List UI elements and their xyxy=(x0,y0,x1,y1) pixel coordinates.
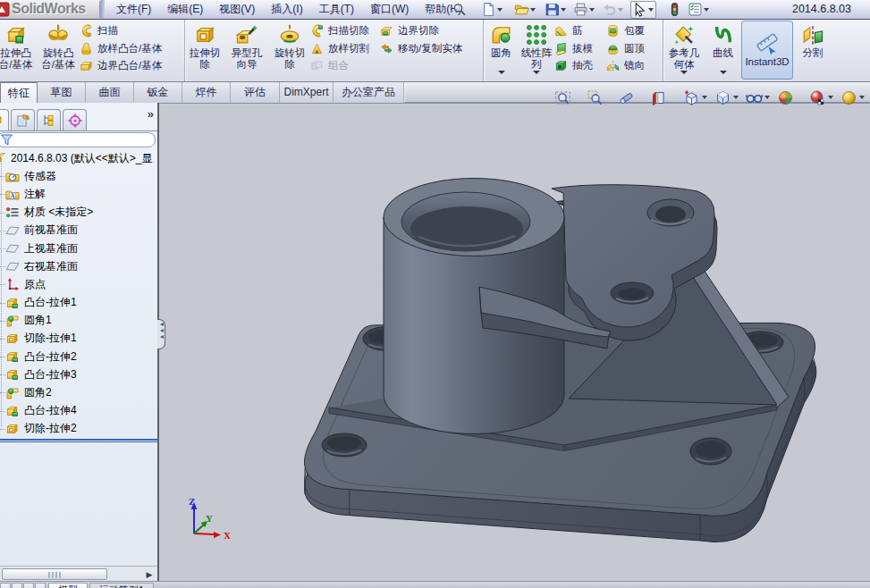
previous-view-button[interactable] xyxy=(619,89,636,106)
display-style-button[interactable] xyxy=(714,89,739,106)
mirror-button[interactable]: 镜向 xyxy=(606,57,662,74)
curves-button[interactable]: 曲线 xyxy=(705,20,741,81)
tree-horizontal-scrollbar[interactable]: ▶ xyxy=(0,566,157,581)
configurationmanager-tab[interactable] xyxy=(37,109,61,130)
linear-pattern-dropdown-arrow[interactable] xyxy=(533,71,540,78)
draft-button[interactable]: 拔模 xyxy=(554,40,606,57)
tree-item-12[interactable]: 凸台-拉伸3 xyxy=(0,365,157,383)
featuremanager-tab[interactable] xyxy=(0,109,9,130)
motion-nav-1[interactable]: ◄ xyxy=(12,583,22,588)
extruded-boss-base-button[interactable]: 拉伸凸 台/基体 xyxy=(0,20,37,81)
motion-tab-1[interactable]: 运动算例1 xyxy=(89,583,154,588)
panel-tab-overflow[interactable]: » xyxy=(148,107,154,121)
menu-w[interactable]: 窗口(W) xyxy=(362,0,417,19)
rib-button[interactable]: 筋 xyxy=(554,22,606,39)
tree-item-7[interactable]: 原点 xyxy=(0,275,157,293)
tree-item-11[interactable]: 凸台-拉伸2 xyxy=(0,348,157,365)
swept-cut-button[interactable]: 扫描切除 xyxy=(310,22,380,39)
apply-scene-button[interactable] xyxy=(809,89,834,106)
tree-item-10[interactable]: 切除-拉伸1 xyxy=(0,330,157,348)
menu-v[interactable]: 视图(V) xyxy=(211,0,263,19)
tab-dimxpert[interactable]: DimXpert xyxy=(280,82,334,103)
tree-item-5[interactable]: 上视基准面 xyxy=(0,239,157,257)
motion-nav-0[interactable]: ◄ xyxy=(0,583,11,588)
propertymanager-tab[interactable] xyxy=(11,109,35,130)
view-orientation-button[interactable] xyxy=(683,89,708,106)
motion-nav-2[interactable]: ► xyxy=(23,583,34,588)
tree-item-14[interactable]: 凸台-拉伸4 xyxy=(0,402,157,420)
options-dropdown-arrow[interactable] xyxy=(703,1,710,19)
shell-button[interactable]: 抽壳 xyxy=(554,57,606,74)
view-orientation-dropdown-arrow[interactable] xyxy=(700,89,708,105)
wrap-button[interactable]: 包覆 xyxy=(606,22,662,39)
tree-item-4[interactable]: 前视基准面 xyxy=(0,222,157,239)
graphics-viewport[interactable]: Z Y X xyxy=(159,103,870,581)
tree-item-15[interactable]: 切除-拉伸2 xyxy=(0,420,157,438)
tab-曲面[interactable]: 曲面 xyxy=(86,82,134,103)
undo-button[interactable] xyxy=(602,1,624,19)
fillet-button[interactable]: 圆角 xyxy=(484,20,519,81)
pin-menu-button[interactable] xyxy=(452,1,467,19)
tab-钣金[interactable]: 钣金 xyxy=(134,82,182,103)
rebuild-button[interactable] xyxy=(667,1,682,19)
hide-show-items-dropdown-arrow[interactable] xyxy=(763,89,771,105)
save-document-button[interactable] xyxy=(545,1,567,19)
scrollbar-right-arrow[interactable]: ▶ xyxy=(144,569,155,580)
tree-item-8[interactable]: 凸台-拉伸1 xyxy=(0,294,157,312)
lofted-cut-button[interactable]: 放样切割 xyxy=(310,40,380,57)
tree-item-9[interactable]: 圆角1 xyxy=(0,312,157,330)
scrollbar-thumb[interactable] xyxy=(2,568,107,580)
swept-boss-base-button[interactable]: 扫描 xyxy=(80,22,182,39)
revolved-boss-base-button[interactable]: 旋转凸 台/基体 xyxy=(37,20,80,81)
displaymanager-tab[interactable] xyxy=(63,109,87,130)
menu-i[interactable]: 插入(I) xyxy=(263,0,310,19)
menu-f[interactable]: 文件(F) xyxy=(108,0,159,19)
reference-geometry-button[interactable]: 参考几 何体 xyxy=(663,20,705,81)
zoom-to-fit-button[interactable] xyxy=(554,89,571,106)
rollback-bar[interactable] xyxy=(0,439,157,442)
panel-splitter-handle[interactable] xyxy=(157,319,165,349)
tab-特征[interactable]: 特征 xyxy=(0,82,38,103)
tree-item-13[interactable]: 圆角2 xyxy=(0,383,157,401)
split-button[interactable]: 分割 xyxy=(793,20,832,81)
section-view-button[interactable] xyxy=(651,89,668,106)
tree-item-2[interactable]: 注解 xyxy=(0,185,157,203)
tree-item-0[interactable]: 2014.6.8.03 (默认<<默认>_显 xyxy=(0,149,157,167)
apply-scene-dropdown-arrow[interactable] xyxy=(826,89,834,105)
tree-item-1[interactable]: 传感器 xyxy=(0,167,157,185)
motion-nav-3[interactable]: ► xyxy=(35,583,46,588)
tree-item-3[interactable]: 材质 <未指定> xyxy=(0,204,157,222)
move-copy-bodies-button[interactable]: 移动/复制实体 xyxy=(380,40,480,57)
tab-焊件[interactable]: 焊件 xyxy=(182,82,231,103)
hide-show-items-button[interactable] xyxy=(746,89,771,106)
revolved-cut-button[interactable]: 旋转切 除 xyxy=(269,20,310,81)
view-settings-button[interactable] xyxy=(840,89,866,106)
boundary-cut-button[interactable]: 边界切除 xyxy=(380,22,480,39)
fillet-dropdown-arrow[interactable] xyxy=(498,71,505,78)
options-button[interactable] xyxy=(688,1,710,19)
tab-评估[interactable]: 评估 xyxy=(231,82,280,103)
linear-pattern-button[interactable]: 线性阵 列 xyxy=(519,20,554,81)
curves-dropdown-arrow[interactable] xyxy=(720,71,727,78)
extruded-cut-button[interactable]: 拉伸切 除 xyxy=(185,20,224,81)
tab-草图[interactable]: 草图 xyxy=(38,82,86,103)
menu-t[interactable]: 工具(T) xyxy=(311,0,362,19)
motion-tab-0[interactable]: 模型 xyxy=(48,583,88,588)
tree-filter-input[interactable] xyxy=(0,132,156,147)
open-document-button[interactable] xyxy=(514,1,536,19)
boundary-boss-base-button[interactable]: 边界凸台/基体 xyxy=(80,57,182,74)
open-document-dropdown-arrow[interactable] xyxy=(529,1,536,19)
tree-item-6[interactable]: 右视基准面 xyxy=(0,257,157,275)
dome-button[interactable]: 圆顶 xyxy=(606,40,662,57)
print-dropdown-arrow[interactable] xyxy=(588,1,595,19)
new-document-dropdown-arrow[interactable] xyxy=(496,1,503,19)
hole-wizard-button[interactable]: 异型孔 向导 xyxy=(224,20,269,81)
new-document-button[interactable] xyxy=(481,1,503,19)
display-style-dropdown-arrow[interactable] xyxy=(731,89,739,105)
save-document-dropdown-arrow[interactable] xyxy=(560,1,567,19)
print-button[interactable] xyxy=(573,1,595,19)
zoom-to-area-button[interactable] xyxy=(587,89,604,106)
undo-dropdown-arrow[interactable] xyxy=(617,1,624,19)
instant3d-button[interactable]: Instant3D xyxy=(741,21,793,80)
menu-e[interactable]: 编辑(E) xyxy=(159,0,211,19)
